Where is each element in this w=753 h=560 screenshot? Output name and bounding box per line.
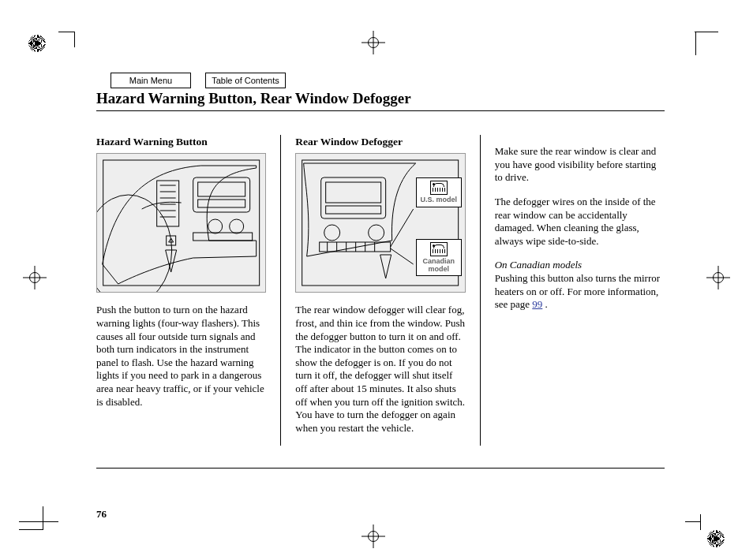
page-ref-link[interactable]: 99: [532, 298, 542, 310]
registration-mark-icon: [27, 270, 43, 286]
crop-mark: [74, 32, 75, 47]
canadian-model-callout: Canadian model: [416, 239, 462, 276]
crop-mark: [19, 529, 43, 530]
toc-button[interactable]: Table of Contents: [205, 73, 286, 88]
defogger-body: The rear window defogger will clear fog,…: [295, 304, 465, 435]
defogger-icon: [430, 242, 448, 256]
page-title: Hazard Warning Button, Rear Window Defog…: [96, 90, 665, 111]
hazard-illustration: [96, 153, 266, 293]
svg-rect-7: [193, 233, 253, 241]
svg-point-22: [369, 225, 384, 241]
svg-rect-19: [326, 182, 381, 203]
defogger-illustration: U.S. model Canadian model: [295, 153, 465, 293]
registration-mark-icon: [710, 270, 726, 286]
defogger-heading: Rear Window Defogger: [295, 135, 465, 148]
toc-label: Table of Contents: [212, 76, 279, 85]
svg-marker-30: [380, 255, 391, 278]
page-number: 76: [96, 508, 107, 521]
crop-mark: [19, 521, 58, 522]
colc-p2: The defogger wires on the inside of the …: [495, 196, 665, 248]
crop-mark: [695, 32, 696, 55]
registration-mark-icon: [365, 35, 381, 50]
colc-p3b: .: [545, 298, 548, 310]
svg-rect-2: [193, 177, 250, 212]
canadian-model-label: Canadian model: [422, 257, 455, 272]
svg-rect-3: [198, 182, 245, 196]
svg-point-5: [208, 219, 223, 233]
main-menu-label: Main Menu: [129, 76, 172, 85]
us-model-callout: U.S. model: [416, 177, 462, 207]
canadian-note-label: On Canadian models: [495, 259, 583, 271]
crop-mark: [695, 32, 718, 32]
printer-mark-icon: [707, 530, 725, 547]
svg-point-21: [324, 225, 340, 241]
colc-p3a: Pushing this button also turns the mirro…: [495, 272, 660, 310]
svg-point-1: [97, 195, 172, 292]
svg-rect-10: [157, 181, 179, 226]
crop-mark: [43, 506, 43, 530]
registration-mark-icon: [365, 528, 381, 544]
crop-mark: [700, 514, 701, 530]
printer-mark-icon: [28, 35, 46, 52]
crop-mark: [685, 521, 701, 522]
defogger-icon: [430, 181, 448, 195]
hazard-body: Push the button to turn on the hazard wa…: [96, 304, 266, 409]
svg-line-31: [391, 209, 414, 247]
svg-point-6: [230, 219, 244, 233]
crop-mark: [58, 32, 74, 32]
colc-p1: Make sure the rear window is clear and y…: [495, 145, 665, 185]
svg-line-32: [391, 248, 414, 264]
svg-rect-18: [321, 177, 386, 218]
svg-rect-20: [326, 206, 381, 214]
hazard-heading: Hazard Warning Button: [96, 135, 266, 148]
svg-rect-4: [198, 200, 245, 207]
main-menu-button[interactable]: Main Menu: [111, 73, 191, 88]
us-model-label: U.S. model: [420, 196, 457, 203]
svg-rect-0: [103, 160, 260, 286]
svg-rect-23: [320, 242, 391, 252]
